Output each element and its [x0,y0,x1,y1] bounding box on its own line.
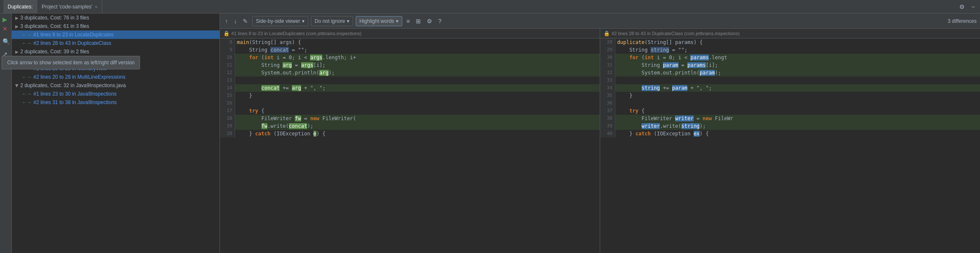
list-item[interactable]: ← → #2 lines 28 to 43 in DuplicateClass [12,39,220,47]
code-line: 31 String param = params[i]; [600,61,980,69]
line-content: try { [235,107,600,115]
line-number: 20 [220,130,235,138]
minimize-button[interactable]: − [970,3,977,11]
line-number: 32 [600,69,615,77]
tab-duplicates[interactable]: Duplicates: [3,0,37,13]
line-number: 36 [600,99,615,107]
code-line: 20 } catch (IOException e) { [220,130,600,138]
line-content: } catch (IOException e) { [235,130,600,138]
ignore-dropdown[interactable]: Do not ignore ▾ [311,16,353,26]
diff-header: 🔒 #1 lines 8 to 23 in LocateDuplicates (… [220,29,980,38]
next-diff-button[interactable]: ↓ [232,17,239,25]
diff-header-left: 🔒 #1 lines 8 to 23 in LocateDuplicates (… [220,29,600,38]
right-code-panel[interactable]: 28 duplicate(String[] params) { 29 Strin… [600,38,980,253]
line-number: 11 [220,61,235,69]
list-item[interactable]: ▶ 3 duplicates, Cost: 61 in 3 files [12,22,220,30]
code-line: 39 writer.write(string); [600,122,980,130]
code-line: 16 [220,99,600,107]
code-line: 12 System.out.println(arg); [220,69,600,77]
diff-header-right: 🔒 #2 lines 28 to 43 in DuplicateClass (c… [600,29,980,38]
code-line: 14 concat += arg + ", "; [220,84,600,92]
line-number: 28 [600,38,615,46]
code-line: 35 } [600,92,980,99]
list-item[interactable]: ▶ 2 duplicates, Cost: 32 in Java9Inspect… [12,81,220,90]
code-line: 11 String arg = args[i]; [220,61,600,69]
align-button[interactable]: ≡ [405,17,412,25]
line-number: 34 [600,84,615,92]
line-content: String param = params[i]; [615,61,980,69]
item-label: #2 lines 28 to 43 in DuplicateClass [33,40,111,46]
item-label: 2 duplicates, Cost: 39 in 2 files [20,49,89,55]
right-arrow-icon: → [27,74,32,80]
close-icon[interactable]: × [95,4,97,9]
line-number: 29 [600,46,615,54]
line-content [615,99,980,107]
line-number: 9 [220,46,235,54]
tooltip: Click arrow to show selected item as lef… [12,56,140,69]
line-content: fw.write(concat); [235,122,600,130]
line-number: 10 [220,54,235,61]
code-line: 19 fw.write(concat); [220,122,600,130]
diff-arrow-group: ← → [22,91,32,96]
diff-toolbar: ↑ ↓ ✎ Side-by-side viewer ▾ Do not ignor… [220,14,980,29]
line-content: System.out.println(arg); [235,69,600,77]
line-number: 19 [220,122,235,130]
chevron-down-icon: ▾ [302,18,305,24]
diff-arrow-group: ← → [22,74,32,80]
left-toolbar: ▶ ✕ 🔍 ↗ [0,14,12,253]
code-line: 10 for (int i = 0; i < args.length; i+ [220,54,600,61]
line-number: 30 [600,54,615,61]
search-button[interactable]: 🔍 [1,37,11,46]
diff-header-left-label: #1 lines 8 to 23 in LocateDuplicates (co… [231,31,362,36]
list-item[interactable]: ▶ 2 duplicates, Cost: 39 in 2 files [12,47,220,56]
left-code-panel[interactable]: 8 main(String[] args) { 9 String concat … [220,38,600,253]
title-bar: Duplicates: Project 'code-samples' × ⚙ − [0,0,980,14]
code-line: 29 String string = ""; [600,46,980,54]
diff-settings-button[interactable]: ⚙ [425,17,434,25]
line-content [615,77,980,84]
settings-button[interactable]: ⚙ [958,3,966,11]
title-actions: ⚙ − [958,3,977,11]
list-item[interactable]: ← → #1 lines 23 to 30 in Java9Inspection… [12,90,220,98]
list-item[interactable]: ← → #1 lines 8 to 23 in LocateDuplicates [12,30,220,39]
line-content: } catch (IOException ex) { [615,130,980,138]
right-arrow-icon: → [27,32,32,37]
columns-button[interactable]: ⊞ [414,17,423,25]
right-arrow-icon: → [27,100,32,105]
lock-icon: 🔒 [604,30,610,36]
edit-button[interactable]: ✎ [241,17,250,25]
diff-arrow-group: ← → [22,32,32,37]
list-item[interactable]: ▶ 3 duplicates, Cost: 76 in 3 files [12,14,220,22]
right-arrow-icon: → [27,91,32,96]
line-number: 33 [600,77,615,84]
line-number: 15 [220,92,235,99]
play-button[interactable]: ▶ [1,15,11,24]
main-content: ▶ ✕ 🔍 ↗ ▶ 3 duplicates, Cost: 76 in 3 fi… [0,14,980,253]
code-line: 18 FileWriter fw = new FileWriter( [220,115,600,122]
help-button[interactable]: ? [436,17,443,25]
tab-project-label: Project 'code-samples' [41,4,92,10]
item-label: #1 lines 8 to 23 in LocateDuplicates [33,32,113,38]
list-item[interactable]: ← → #2 lines 20 to 28 in MultiLineExpres… [12,73,220,81]
line-number: 16 [220,99,235,107]
highlight-dropdown[interactable]: Highlight words ▾ [356,16,402,26]
code-line: 8 main(String[] args) { [220,38,600,46]
line-number: 8 [220,38,235,46]
code-line: 32 System.out.println(param); [600,69,980,77]
viewer-dropdown[interactable]: Side-by-side viewer ▾ [252,16,308,26]
list-item[interactable]: ← → #2 lines 31 to 38 in Java9Inspection… [12,98,220,107]
left-arrow-icon: ← [22,41,27,46]
line-content: string += param + ", "; [615,84,980,92]
tab-project[interactable]: Project 'code-samples' × [37,0,102,13]
code-line: 13 [220,77,600,84]
line-number: 17 [220,107,235,115]
line-content: String string = ""; [615,46,980,54]
line-content: FileWriter fw = new FileWriter( [235,115,600,122]
line-content: String arg = args[i]; [235,61,600,69]
item-label: #2 lines 20 to 28 in MultiLineExpression… [33,74,125,80]
stop-button[interactable]: ✕ [1,25,11,33]
prev-diff-button[interactable]: ↑ [223,17,230,25]
diff-arrow-group: ← → [22,41,32,46]
code-line: 36 [600,99,980,107]
line-content: duplicate(String[] params) { [615,38,980,46]
